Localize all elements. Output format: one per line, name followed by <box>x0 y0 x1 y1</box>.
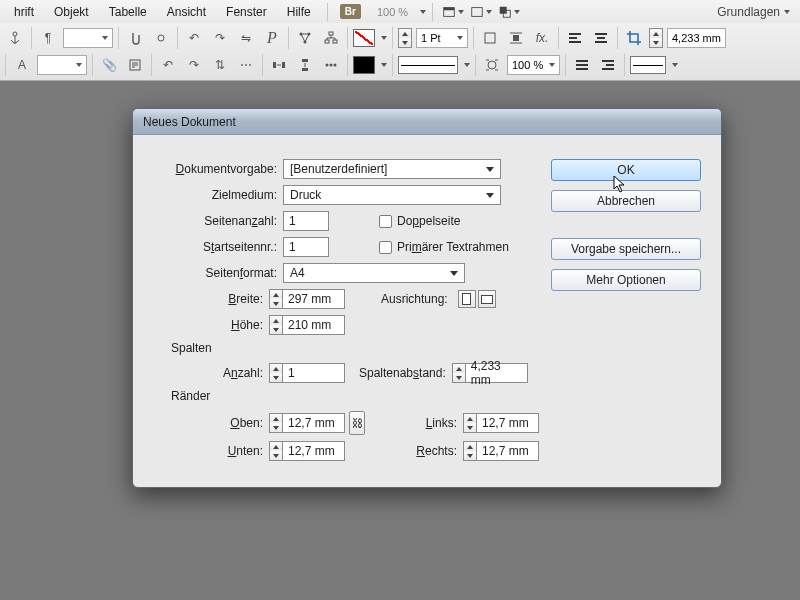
rotate-ccw2-icon[interactable]: ↶ <box>157 54 179 76</box>
rotate-ccw-icon[interactable]: ↶ <box>183 27 205 49</box>
anzahl-spinner[interactable] <box>269 363 283 383</box>
hoehe-field[interactable]: 210 mm <box>283 315 345 335</box>
doppelseite-label: Doppelseite <box>397 214 460 228</box>
svg-rect-2 <box>472 7 483 16</box>
zielmedium-combo[interactable]: Druck <box>283 185 501 205</box>
orientation-portrait-button[interactable] <box>458 290 476 308</box>
save-preset-button[interactable]: Vorgabe speichern... <box>551 238 701 260</box>
rechts-field[interactable]: 12,7 mm <box>477 441 539 461</box>
script-icon[interactable] <box>124 54 146 76</box>
label-oben: Oben: <box>177 416 263 430</box>
dist-v-icon[interactable] <box>294 54 316 76</box>
fill-black-swatch[interactable] <box>353 56 375 74</box>
stroke-style-combo[interactable] <box>398 56 458 74</box>
space-icon[interactable] <box>320 54 342 76</box>
oben-spinner[interactable] <box>269 413 283 433</box>
line-dropdown-icon[interactable] <box>672 63 678 67</box>
unten-field[interactable]: 12,7 mm <box>283 441 345 461</box>
primaer-checkbox[interactable]: Primärer Textrahmen <box>379 240 509 254</box>
align-right-icon[interactable] <box>597 54 619 76</box>
arrange-icon[interactable] <box>498 3 520 21</box>
stroke-weight-combo[interactable]: 1 Pt <box>416 28 468 48</box>
stroke-style-dropdown-icon[interactable] <box>464 63 470 67</box>
fill-dropdown-icon[interactable] <box>381 36 387 40</box>
svg-rect-12 <box>333 40 337 43</box>
wrap-shape-icon[interactable] <box>481 54 503 76</box>
text-wrap-bound-icon[interactable] <box>505 27 527 49</box>
char-style-icon[interactable]: A <box>11 54 33 76</box>
links-spinner[interactable] <box>463 413 477 433</box>
spaltenabstand-field[interactable]: 4,233 mm <box>466 363 528 383</box>
wrap-offset-field[interactable]: 4,233 mm <box>667 28 726 48</box>
dots-icon[interactable]: ⋯ <box>235 54 257 76</box>
label-dokumentvorgabe: Dokumentvorgabe: <box>153 162 277 176</box>
svg-rect-27 <box>302 59 308 62</box>
menu-objekt[interactable]: Objekt <box>44 2 99 22</box>
align-left-icon[interactable] <box>564 27 586 49</box>
fill-none-swatch[interactable] <box>353 29 375 47</box>
breite-spinner[interactable] <box>269 289 283 309</box>
links-field[interactable]: 12,7 mm <box>477 413 539 433</box>
align-center-icon[interactable] <box>590 27 612 49</box>
menu-ansicht[interactable]: Ansicht <box>157 2 216 22</box>
zoom2-combo[interactable]: 100 % <box>507 55 560 75</box>
anzahl-field[interactable]: 1 <box>283 363 345 383</box>
checkbox-box-icon <box>379 215 392 228</box>
rotate-cw-icon[interactable]: ↷ <box>209 27 231 49</box>
label-breite: Breite: <box>177 292 263 306</box>
unten-spinner[interactable] <box>269 441 283 461</box>
zoom-level[interactable]: 100 % <box>377 6 408 18</box>
breite-field[interactable]: 297 mm <box>283 289 345 309</box>
startseitennr-field[interactable]: 1 <box>283 237 329 257</box>
menu-tabelle[interactable]: Tabelle <box>99 2 157 22</box>
clip-icon[interactable] <box>124 27 146 49</box>
orientation-landscape-button[interactable] <box>478 290 496 308</box>
primaer-label: Primärer Textrahmen <box>397 240 509 254</box>
menu-fenster[interactable]: Fenster <box>216 2 277 22</box>
cancel-button[interactable]: Abbrechen <box>551 190 701 212</box>
group-tree-icon[interactable] <box>320 27 342 49</box>
menu-schrift[interactable]: hrift <box>4 2 44 22</box>
para-style-combo[interactable] <box>63 28 113 48</box>
ok-button[interactable]: OK <box>551 159 701 181</box>
menu-hilfe[interactable]: Hilfe <box>277 2 321 22</box>
view-options-icon[interactable] <box>442 3 464 21</box>
dialog-titlebar[interactable]: Neues Dokument <box>133 109 721 135</box>
oben-field[interactable]: 12,7 mm <box>283 413 345 433</box>
link-chain-icon[interactable] <box>150 27 172 49</box>
flip-v-icon[interactable]: ⇅ <box>209 54 231 76</box>
wrap-offset-spinner[interactable] <box>649 28 663 48</box>
align-justify-icon[interactable] <box>571 54 593 76</box>
text-wrap-none-icon[interactable] <box>479 27 501 49</box>
paragraph-p-icon[interactable]: P <box>261 27 283 49</box>
rechts-spinner[interactable] <box>463 441 477 461</box>
link-margins-icon[interactable]: ⛓ <box>349 411 365 435</box>
para-style-icon[interactable]: ¶ <box>37 27 59 49</box>
flip-h-icon[interactable]: ⇋ <box>235 27 257 49</box>
bridge-icon[interactable]: Br <box>340 4 361 19</box>
zoom-dropdown-icon[interactable] <box>420 10 426 14</box>
screen-mode-icon[interactable] <box>470 3 492 21</box>
workspace-switcher[interactable]: Grundlagen <box>711 5 796 19</box>
spaltenabstand-spinner[interactable] <box>452 363 466 383</box>
crop-icon[interactable] <box>623 27 645 49</box>
dist-h-icon[interactable] <box>268 54 290 76</box>
char-style-combo[interactable] <box>37 55 87 75</box>
separator <box>327 3 328 21</box>
more-options-button[interactable]: Mehr Optionen <box>551 269 701 291</box>
dokumentvorgabe-combo[interactable]: [Benutzerdefiniert] <box>283 159 501 179</box>
distribute-icon[interactable] <box>294 27 316 49</box>
landscape-icon <box>481 295 493 304</box>
seitenformat-combo[interactable]: A4 <box>283 263 465 283</box>
stroke-weight-spinner[interactable] <box>398 28 412 48</box>
swatch-dropdown-icon[interactable] <box>381 63 387 67</box>
attachment-icon[interactable]: 📎 <box>98 54 120 76</box>
svg-point-30 <box>326 63 329 66</box>
doppelseite-checkbox[interactable]: Doppelseite <box>379 214 460 228</box>
fx-icon[interactable]: fx. <box>531 27 553 49</box>
hoehe-spinner[interactable] <box>269 315 283 335</box>
anchor-icon[interactable] <box>4 27 26 49</box>
line-style-combo[interactable] <box>630 56 666 74</box>
rotate-cw2-icon[interactable]: ↷ <box>183 54 205 76</box>
seitenanzahl-field[interactable]: 1 <box>283 211 329 231</box>
